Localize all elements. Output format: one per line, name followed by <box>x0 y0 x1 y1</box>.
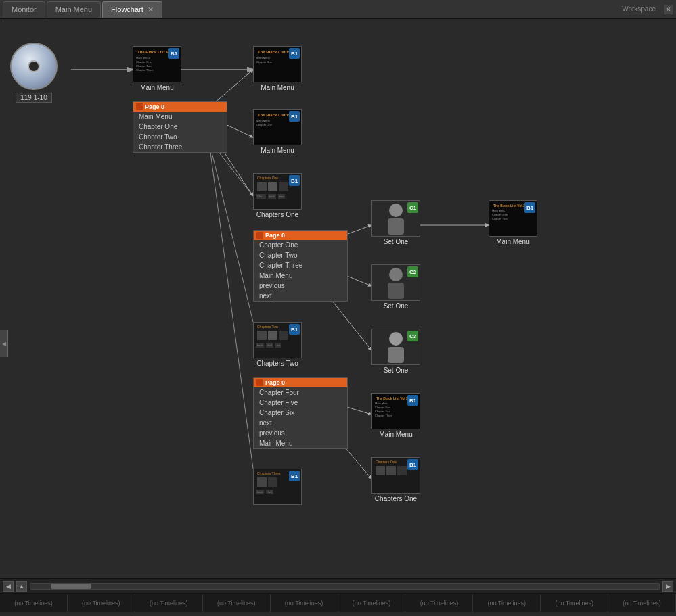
tab-flowchart[interactable]: Flowchart ✕ <box>102 1 162 18</box>
node-set-one-c1[interactable]: C1 Set One <box>371 200 420 245</box>
node-thumb-chapters-one: B1 Chapters One Cha... back fwd <box>253 173 302 210</box>
tab-monitor[interactable]: Monitor <box>3 1 45 18</box>
menu-item-main-menu[interactable]: Main Menu <box>133 112 227 122</box>
node-main-menu-right[interactable]: B1 The Black List Vol 2 Main Menu Chapte… <box>489 200 537 245</box>
menu-item-co-chapter-three[interactable]: Chapter Three <box>254 260 347 270</box>
left-edge-indicator: ◀ <box>0 330 8 357</box>
main-area: 119 1-10 B1 The Black List Vol 2 Main Me… <box>0 19 676 578</box>
timeline-item-6[interactable]: (no Timelines) <box>405 594 473 612</box>
menu-popup-icon-co <box>256 232 263 239</box>
svg-point-18 <box>389 332 403 346</box>
tab-close-icon[interactable]: ✕ <box>148 5 154 14</box>
node-chapters-one[interactable]: B1 Chapters One Cha... back fwd Chapters <box>253 173 302 218</box>
node-set-one-c2[interactable]: C2 Set One <box>371 264 420 310</box>
close-button[interactable]: ✕ <box>664 5 673 14</box>
scroll-track[interactable] <box>30 583 660 590</box>
badge-c2: C2 <box>407 266 418 277</box>
node-thumb-set-one-c2: C2 <box>371 264 420 301</box>
scroll-thumb <box>51 584 91 589</box>
menu-item-ct-chapter-four[interactable]: Chapter Four <box>254 387 347 398</box>
node-main-menu-2[interactable]: B1 The Black List Vol 2 Main Menu Chapte… <box>253 46 302 91</box>
menu-popup-page-1: Page 0 <box>145 103 164 110</box>
menu-popup-icon-ct <box>256 379 263 386</box>
node-thumb-main-menu-bottom: B1 The Black List Vol 2 Main Menu Chapte… <box>371 393 420 429</box>
node-thumb-chapters-two: B1 Chapters Two back fwd me <box>253 322 302 358</box>
node-label-main-menu-1: Main Menu <box>133 84 181 91</box>
menu-item-chapter-two[interactable]: Chapter Two <box>133 132 227 142</box>
badge-b1: B1 <box>168 48 179 59</box>
workspace-label: Workspace <box>622 5 662 13</box>
menu-popup-header-co: Page 0 <box>254 231 347 240</box>
menu-popup-main-menu-1[interactable]: Page 0 Main Menu Chapter One Chapter Two… <box>133 101 227 153</box>
timeline-item-5[interactable]: (no Timelines) <box>338 594 406 612</box>
badge-b1-2: B1 <box>289 48 300 59</box>
node-set-one-c3[interactable]: C3 Set One <box>371 329 420 374</box>
node-main-menu-3[interactable]: B1 The Black List Vol 2 Main Menu Chapte… <box>253 109 302 154</box>
badge-b1-cth: B1 <box>289 471 300 481</box>
node-thumb-set-one-c1: C1 <box>371 200 420 237</box>
menu-item-co-chapter-two[interactable]: Chapter Two <box>254 250 347 260</box>
node-thumb-chapters-three: B1 Chapters Three back fwd <box>253 469 302 505</box>
timeline-bar: (no Timelines) (no Timelines) (no Timeli… <box>0 593 676 612</box>
badge-b1-co: B1 <box>289 175 300 186</box>
flowchart-canvas[interactable]: 119 1-10 B1 The Black List Vol 2 Main Me… <box>0 19 676 578</box>
menu-popup-header-1: Page 0 <box>133 102 227 112</box>
dvd-label: 119 1-10 <box>16 93 51 103</box>
node-label-chapters-one: Chapters One <box>253 211 302 218</box>
node-chapters-one-bottom[interactable]: B1 Chapters One Chapters One <box>371 457 420 502</box>
menu-item-co-chapter-one[interactable]: Chapter One <box>254 240 347 250</box>
timeline-item-1[interactable]: (no Timelines) <box>68 594 135 612</box>
tab-bar: Monitor Main Menu Flowchart ✕ Workspace … <box>0 0 676 19</box>
menu-item-co-next[interactable]: next <box>254 291 347 301</box>
scroll-right-btn[interactable]: ▶ <box>662 581 673 592</box>
timeline-item-9[interactable]: (no Timelines) <box>608 594 676 612</box>
badge-b1-mr: B1 <box>524 202 535 213</box>
node-thumb-chapters-one-bottom: B1 Chapters One <box>371 457 420 494</box>
node-label-main-menu-3: Main Menu <box>253 147 302 154</box>
badge-c3: C3 <box>407 331 418 341</box>
tab-main-menu[interactable]: Main Menu <box>47 1 101 18</box>
menu-item-chapter-one[interactable]: Chapter One <box>133 122 227 132</box>
menu-popup-page-ct: Page 0 <box>265 379 285 386</box>
node-label-main-menu-2: Main Menu <box>253 84 302 91</box>
badge-c1: C1 <box>407 202 418 213</box>
menu-popup-icon-1 <box>136 103 143 110</box>
node-label-set-one-c1: Set One <box>371 238 420 245</box>
menu-item-ct-previous[interactable]: previous <box>254 428 347 438</box>
node-main-menu-1[interactable]: B1 The Black List Vol 2 Main Menu Chapte… <box>133 46 181 91</box>
scrollbar-area: ◀ ▲ ▶ <box>0 578 676 593</box>
menu-item-ct-chapter-six[interactable]: Chapter Six <box>254 408 347 418</box>
svg-rect-15 <box>388 218 404 235</box>
svg-line-13 <box>210 147 253 469</box>
menu-item-co-main-menu[interactable]: Main Menu <box>254 270 347 281</box>
timeline-item-7[interactable]: (no Timelines) <box>473 594 541 612</box>
node-chapters-two[interactable]: B1 Chapters Two back fwd me Chapters Two <box>253 322 302 367</box>
svg-rect-19 <box>388 347 404 363</box>
node-label-chapters-two: Chapters Two <box>253 360 302 367</box>
svg-point-14 <box>389 204 403 217</box>
menu-item-ct-main-menu[interactable]: Main Menu <box>254 438 347 448</box>
timeline-item-2[interactable]: (no Timelines) <box>135 594 203 612</box>
dvd-disc-area: 119 1-10 <box>10 43 58 103</box>
menu-popup-chapters-one[interactable]: Page 0 Chapter One Chapter Two Chapter T… <box>253 230 348 302</box>
scroll-up-btn[interactable]: ▲ <box>16 581 27 592</box>
menu-popup-chapters-two[interactable]: Page 0 Chapter Four Chapter Five Chapter… <box>253 377 348 449</box>
timeline-item-0[interactable]: (no Timelines) <box>0 594 68 612</box>
menu-item-chapter-three[interactable]: Chapter Three <box>133 142 227 152</box>
node-label-set-one-c2: Set One <box>371 302 420 310</box>
svg-point-16 <box>389 268 403 281</box>
node-main-menu-bottom[interactable]: B1 The Black List Vol 2 Main Menu Chapte… <box>371 393 420 438</box>
menu-popup-header-ct: Page 0 <box>254 378 347 387</box>
timeline-item-4[interactable]: (no Timelines) <box>271 594 338 612</box>
timeline-item-8[interactable]: (no Timelines) <box>541 594 608 612</box>
timeline-item-3[interactable]: (no Timelines) <box>203 594 271 612</box>
node-thumb-main-menu-2: B1 The Black List Vol 2 Main Menu Chapte… <box>253 46 302 82</box>
badge-b1-mb: B1 <box>407 395 418 406</box>
scroll-left-btn[interactable]: ◀ <box>3 581 14 592</box>
menu-item-ct-next[interactable]: next <box>254 418 347 428</box>
node-thumb-main-menu-1: B1 The Black List Vol 2 Main Menu Chapte… <box>133 46 181 82</box>
menu-item-co-previous[interactable]: previous <box>254 281 347 291</box>
node-chapters-three[interactable]: B1 Chapters Three back fwd <box>253 469 302 505</box>
menu-item-ct-chapter-five[interactable]: Chapter Five <box>254 398 347 408</box>
svg-rect-17 <box>388 283 404 299</box>
